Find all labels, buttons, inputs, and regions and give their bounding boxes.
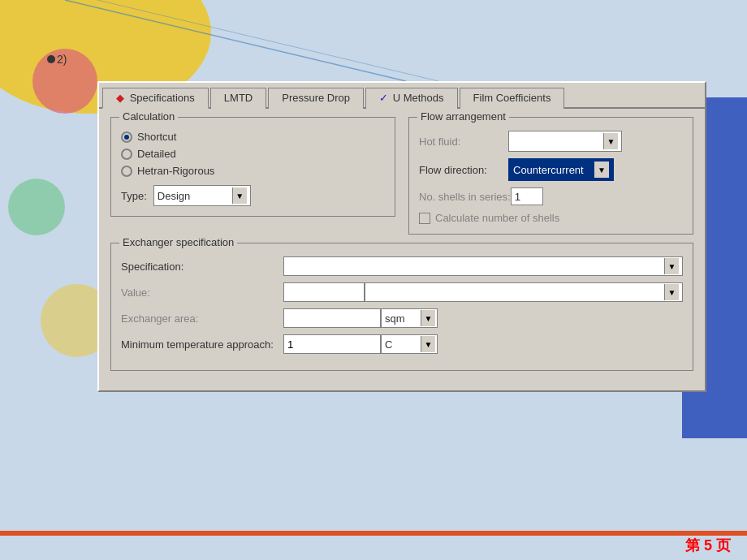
value-unit-arrow: ▼	[664, 284, 679, 300]
exchanger-area-label: Exchanger area:	[121, 312, 283, 325]
flow-arrangement-group: Flow arrangement Hot fluid: ▼ Flow direc…	[408, 117, 693, 235]
calculation-group: Calculation Shortcut Detailed Hetran-Rig…	[110, 117, 395, 217]
hot-fluid-row: Hot fluid: ▼	[419, 131, 683, 152]
value-unit-dropdown[interactable]: ▼	[365, 282, 683, 302]
min-temp-label: Minimum temperature approach:	[121, 338, 283, 351]
specification-arrow: ▼	[664, 258, 679, 274]
min-temp-unit-dropdown[interactable]: C ▼	[381, 334, 438, 354]
check-icon: ✓	[379, 92, 388, 104]
flow-direction-row: Flow direction: Countercurrent ▼	[419, 158, 683, 181]
value-inputs: ▼	[283, 282, 683, 302]
calculation-legend: Calculation	[119, 110, 178, 123]
dialog-window: ◆ Specifications LMTD Pressure Drop ✓ U …	[97, 81, 706, 392]
hot-fluid-arrow: ▼	[603, 133, 618, 149]
page-number: 第 5 页	[685, 536, 731, 555]
hot-fluid-label: Hot fluid:	[419, 136, 508, 148]
radio-shortcut[interactable]	[121, 131, 132, 143]
no-shells-row: No. shells in series:	[419, 187, 683, 205]
tab-pressure-drop[interactable]: Pressure Drop	[268, 88, 364, 109]
type-dropdown-arrow: ▼	[232, 187, 247, 204]
diamond-icon: ◆	[116, 92, 124, 104]
calculation-col: Calculation Shortcut Detailed Hetran-Rig…	[110, 117, 395, 243]
min-temp-unit-arrow: ▼	[421, 336, 435, 352]
flow-arrangement-col: Flow arrangement Hot fluid: ▼ Flow direc…	[408, 117, 693, 243]
radio-detailed-row: Detailed	[121, 148, 385, 160]
top-section: Calculation Shortcut Detailed Hetran-Rig…	[110, 117, 693, 243]
calculate-shells-label: Calculate number of shells	[435, 212, 559, 224]
no-shells-input[interactable]	[511, 187, 543, 205]
flow-direction-arrow: ▼	[594, 162, 609, 178]
radio-shortcut-label: Shortcut	[137, 131, 176, 143]
radio-hetran[interactable]	[121, 166, 132, 177]
exchanger-area-unit: sqm	[383, 312, 421, 325]
hot-fluid-dropdown[interactable]: ▼	[508, 131, 622, 152]
bg-orange-bar	[0, 531, 747, 536]
bullet-text: 2)	[57, 53, 67, 66]
flow-arrangement-legend: Flow arrangement	[417, 110, 509, 123]
exchanger-spec-legend: Exchanger specification	[119, 236, 237, 248]
tab-u-methods[interactable]: ✓ U Methods	[365, 88, 458, 109]
exchanger-area-unit-dropdown[interactable]: sqm ▼	[381, 308, 438, 328]
exchanger-spec-group: Exchanger specification Specification: ▼…	[110, 243, 693, 371]
specification-label: Specification:	[121, 261, 283, 273]
min-temp-row: Minimum temperature approach: C ▼	[121, 334, 683, 354]
tab-lmtd[interactable]: LMTD	[210, 88, 266, 109]
flow-direction-value: Countercurrent	[513, 164, 594, 176]
min-temp-input[interactable]	[283, 334, 381, 354]
value-input[interactable]	[283, 282, 365, 302]
type-row: Type: Design ▼	[121, 185, 385, 206]
specification-row: Specification: ▼	[121, 256, 683, 276]
value-label: Value:	[121, 286, 283, 299]
no-shells-label: No. shells in series:	[419, 191, 511, 203]
exchanger-area-input[interactable]	[283, 308, 381, 328]
tab-bar: ◆ Specifications LMTD Pressure Drop ✓ U …	[99, 83, 705, 109]
flow-direction-label: Flow direction:	[419, 164, 508, 176]
specification-dropdown[interactable]: ▼	[283, 256, 683, 276]
bg-circle-green	[8, 179, 65, 235]
exchanger-area-row: Exchanger area: sqm ▼	[121, 308, 683, 328]
dialog-content: Calculation Shortcut Detailed Hetran-Rig…	[99, 109, 705, 390]
type-value: Design	[158, 190, 232, 202]
value-row: Value: ▼	[121, 282, 683, 302]
radio-detailed[interactable]	[121, 149, 132, 160]
radio-hetran-label: Hetran-Rigorous	[137, 165, 214, 177]
calculate-shells-checkbox[interactable]	[419, 213, 430, 224]
exchanger-area-unit-arrow: ▼	[421, 310, 435, 326]
radio-hetran-row: Hetran-Rigorous	[121, 165, 385, 177]
type-dropdown[interactable]: Design ▼	[153, 185, 251, 206]
flow-direction-dropdown[interactable]: Countercurrent ▼	[508, 158, 614, 181]
bullet-dot	[47, 55, 55, 63]
radio-shortcut-row: Shortcut	[121, 131, 385, 143]
radio-detailed-label: Detailed	[137, 148, 176, 160]
tab-specifications[interactable]: ◆ Specifications	[102, 88, 209, 109]
calculate-shells-row: Calculate number of shells	[419, 212, 683, 224]
tab-film-coefficients[interactable]: Film Coefficients	[460, 88, 565, 109]
min-temp-unit: C	[383, 338, 421, 351]
type-label: Type:	[121, 190, 147, 202]
